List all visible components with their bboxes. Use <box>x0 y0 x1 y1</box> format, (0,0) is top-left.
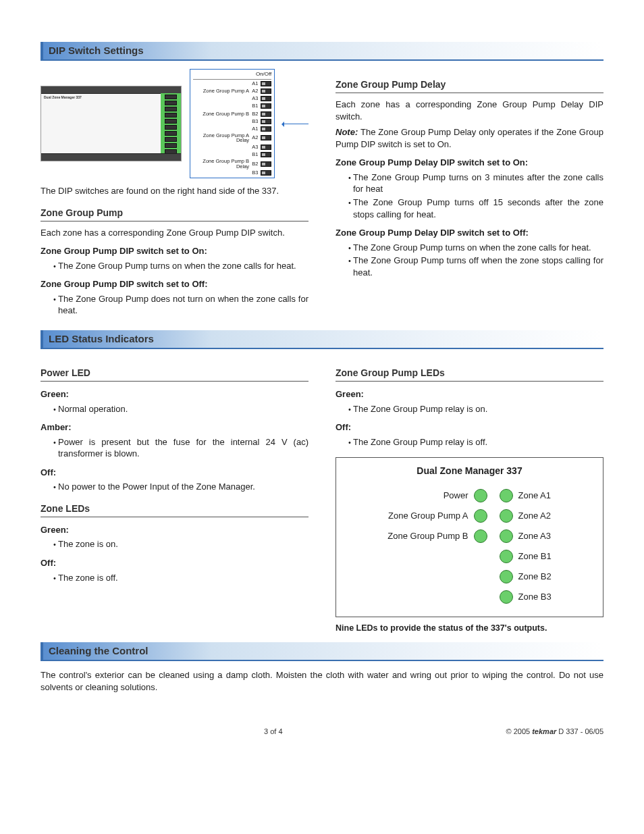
list-item: The Zone Group Pump relay is on. <box>353 403 603 415</box>
sub-header-zone-leds: Zone LEDs <box>41 502 308 517</box>
led-row: Zone Group Pump A <box>387 506 487 526</box>
page-footer: 3 of 4 © 2005 tekmar D 337 - 06/05 <box>41 727 603 737</box>
list-item: The Zone Group Pump turns on when the zo… <box>353 242 603 254</box>
callout-group-label: Zone Group Pump B <box>193 111 249 117</box>
list-item: Power is present but the fuse for the in… <box>58 436 308 460</box>
led-label: Zone Group Pump A <box>388 510 468 522</box>
list-item: No power to the Power Input of the Zone … <box>58 481 308 493</box>
led-dot-icon <box>500 550 513 563</box>
dip-switch-panel-icon <box>161 93 181 154</box>
led-panel-caption: Nine LEDs to provide the status of the 3… <box>336 623 603 634</box>
led-row: Zone Group Pump B <box>387 526 487 546</box>
led-dot-icon <box>500 489 513 502</box>
led-dot-icon <box>474 489 487 502</box>
callout-pin: B2 <box>252 161 258 167</box>
section-header-cleaning: Cleaning the Control <box>41 642 603 661</box>
zone-pump-delay-intro: Each zone has a corresponding Zone Group… <box>336 99 603 122</box>
list-item: The Zone Group Pump turns off 15 seconds… <box>353 197 603 220</box>
led-state-list: The zone is off. <box>41 572 308 584</box>
led-state-label: Green: <box>41 524 308 536</box>
dip-switch-icon <box>261 88 271 94</box>
callout-group-label: Zone Group Pump B Delay <box>193 159 249 169</box>
led-label: Zone B3 <box>518 591 552 603</box>
list-item: The zone is off. <box>58 572 308 584</box>
zone-led-states: Green:The zone is on.Off:The zone is off… <box>41 524 308 583</box>
led-state-label: Off: <box>41 557 308 569</box>
led-state-label: Off: <box>336 421 603 434</box>
dip-switch-icon <box>261 126 271 132</box>
led-state-label: Green: <box>41 388 308 400</box>
led-label: Zone A1 <box>518 490 551 502</box>
callout-title: On/Off <box>193 71 271 80</box>
zone-pump-intro: Each zone has a corresponding Zone Group… <box>41 227 308 239</box>
led-row: Zone A3 <box>500 526 552 546</box>
led-label: Zone B1 <box>518 550 552 563</box>
led-state-list: The Zone Group Pump relay is on. <box>336 403 603 415</box>
sub-header-zone-pump: Zone Group Pump <box>41 207 308 221</box>
dip-switch-icon <box>261 103 271 109</box>
led-row: Zone A2 <box>500 506 552 526</box>
zone-pump-delay-off-list: The Zone Group Pump turns on when the zo… <box>336 242 603 279</box>
dip-switch-icon <box>261 145 271 150</box>
led-row: Zone B1 <box>500 546 552 567</box>
list-item: The Zone Group Pump turns off when the z… <box>353 255 603 278</box>
led-label: Zone Group Pump B <box>387 530 468 542</box>
callout-pin: B2 <box>252 111 258 118</box>
zone-pump-delay-off-title: Zone Group Pump Delay DIP switch set to … <box>336 227 603 239</box>
dip-switch-icon <box>261 96 271 101</box>
list-item: Normal operation. <box>58 403 308 415</box>
callout-pin: B3 <box>252 118 258 125</box>
led-state-label: Amber: <box>41 421 308 434</box>
led-state-label: Off: <box>41 467 308 479</box>
led-label: Power <box>444 490 468 502</box>
dip-switch-icon <box>261 152 271 157</box>
led-dot-icon <box>474 529 487 543</box>
callout-group-label: Zone Group Pump A <box>193 88 249 94</box>
pump-led-states: Green:The Zone Group Pump relay is on.Of… <box>336 388 603 448</box>
zone-pump-on-title: Zone Group Pump DIP switch set to On: <box>41 245 308 257</box>
arrow-icon <box>283 124 308 124</box>
cleaning-text: The control's exterior can be cleaned us… <box>41 669 603 693</box>
section-header-led: LED Status Indicators <box>41 330 603 349</box>
zone-pump-off-list: The Zone Group Pump does not turn on whe… <box>41 293 308 317</box>
led-state-list: No power to the Power Input of the Zone … <box>41 481 308 493</box>
sub-header-pump-leds: Zone Group Pump LEDs <box>336 367 603 382</box>
zone-pump-on-list: The Zone Group Pump turns on when the zo… <box>41 260 308 272</box>
led-dot-icon <box>500 590 513 604</box>
led-state-list: Power is present but the fuse for the in… <box>41 436 308 460</box>
led-dot-icon <box>500 570 513 583</box>
footer-page: 3 of 4 <box>41 727 506 737</box>
callout-group-label: Zone Group Pump A Delay <box>193 133 249 143</box>
led-panel: Dual Zone Manager 337 PowerZone Group Pu… <box>336 457 603 617</box>
dip-switch-icon <box>261 81 271 86</box>
dip-callout: On/Off A1Zone Group Pump AA2A3B1Zone Gro… <box>190 69 275 178</box>
list-item: The Zone Group Pump does not turn on whe… <box>58 293 308 317</box>
footer-right: © 2005 tekmar D 337 - 06/05 <box>506 727 604 737</box>
led-row: Zone B2 <box>500 567 552 587</box>
led-row: Zone B3 <box>500 587 552 607</box>
led-state-list: The zone is on. <box>41 538 308 550</box>
led-dot-icon <box>474 509 487 523</box>
dip-diagram: Dual Zone Manager 337 On/Off A1Zone Grou… <box>41 69 308 178</box>
zone-pump-delay-on-title: Zone Group Pump Delay DIP switch set to … <box>336 157 603 169</box>
callout-pin: A2 <box>252 88 258 95</box>
power-led-states: Green:Normal operation.Amber:Power is pr… <box>41 388 308 493</box>
sub-header-power-led: Power LED <box>41 367 308 382</box>
led-panel-title: Dual Zone Manager 337 <box>346 465 593 477</box>
led-row: Power <box>387 486 487 506</box>
dip-switch-icon <box>261 111 271 117</box>
dip-caption: The DIP switches are found on the right … <box>41 185 308 197</box>
list-item: The Zone Group Pump turns on 3 minutes a… <box>353 172 603 195</box>
device-illustration: Dual Zone Manager 337 <box>41 86 182 161</box>
callout-pin: A2 <box>252 134 258 141</box>
list-item: The Zone Group Pump turns on when the zo… <box>58 260 308 272</box>
dip-switch-icon <box>261 135 271 140</box>
callout-pin: A3 <box>252 144 258 151</box>
led-dot-icon <box>500 529 513 543</box>
led-row: Zone A1 <box>500 486 552 506</box>
callout-pin: B1 <box>252 103 258 109</box>
led-state-list: The Zone Group Pump relay is off. <box>336 436 603 448</box>
section-header-dip: DIP Switch Settings <box>41 42 603 61</box>
dip-switch-icon <box>261 119 271 124</box>
callout-pin: A3 <box>252 95 258 102</box>
